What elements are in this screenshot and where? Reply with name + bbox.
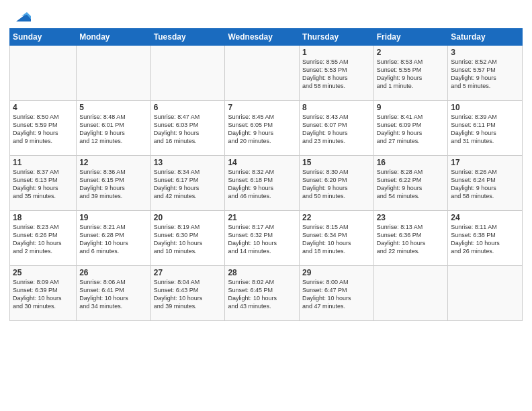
- day-cell: 27Sunrise: 8:04 AM Sunset: 6:43 PM Dayli…: [150, 266, 225, 321]
- day-number: 6: [154, 103, 222, 112]
- day-number: 10: [451, 103, 519, 112]
- page-container: SundayMondayTuesdayWednesdayThursdayFrid…: [0, 0, 532, 326]
- day-info: Sunrise: 8:55 AM Sunset: 5:53 PM Dayligh…: [302, 58, 371, 91]
- week-row-2: 4Sunrise: 8:50 AM Sunset: 5:59 PM Daylig…: [10, 101, 523, 156]
- day-info: Sunrise: 8:48 AM Sunset: 6:01 PM Dayligh…: [79, 113, 148, 146]
- col-header-tuesday: Tuesday: [150, 29, 225, 46]
- day-cell: 15Sunrise: 8:30 AM Sunset: 6:20 PM Dayli…: [300, 156, 374, 211]
- day-info: Sunrise: 8:39 AM Sunset: 6:11 PM Dayligh…: [451, 113, 519, 146]
- day-cell: 16Sunrise: 8:28 AM Sunset: 6:22 PM Dayli…: [373, 156, 448, 211]
- day-cell: 22Sunrise: 8:15 AM Sunset: 6:34 PM Dayli…: [300, 211, 374, 266]
- day-cell: 13Sunrise: 8:34 AM Sunset: 6:17 PM Dayli…: [150, 156, 225, 211]
- day-cell: 8Sunrise: 8:43 AM Sunset: 6:07 PM Daylig…: [300, 101, 374, 156]
- day-info: Sunrise: 8:15 AM Sunset: 6:34 PM Dayligh…: [302, 223, 371, 256]
- header-row-days: SundayMondayTuesdayWednesdayThursdayFrid…: [10, 29, 523, 46]
- day-info: Sunrise: 8:36 AM Sunset: 6:15 PM Dayligh…: [79, 168, 148, 201]
- day-cell: 17Sunrise: 8:26 AM Sunset: 6:24 PM Dayli…: [448, 156, 523, 211]
- day-cell: [77, 46, 151, 101]
- day-cell: [150, 46, 225, 101]
- col-header-saturday: Saturday: [448, 29, 523, 46]
- day-cell: 20Sunrise: 8:19 AM Sunset: 6:30 PM Dayli…: [150, 211, 225, 266]
- day-number: 15: [302, 158, 371, 167]
- day-info: Sunrise: 8:02 AM Sunset: 6:45 PM Dayligh…: [228, 278, 296, 311]
- day-cell: [225, 46, 300, 101]
- day-number: 17: [451, 158, 519, 167]
- day-number: 22: [302, 213, 371, 222]
- day-number: 5: [79, 103, 148, 112]
- day-info: Sunrise: 8:28 AM Sunset: 6:22 PM Dayligh…: [377, 168, 445, 201]
- logo-icon: [12, 7, 31, 26]
- day-number: 1: [302, 48, 371, 57]
- day-cell: 26Sunrise: 8:06 AM Sunset: 6:41 PM Dayli…: [77, 266, 151, 321]
- day-cell: [373, 266, 448, 321]
- day-cell: 10Sunrise: 8:39 AM Sunset: 6:11 PM Dayli…: [448, 101, 523, 156]
- day-number: 12: [79, 158, 148, 167]
- day-number: 25: [13, 268, 73, 277]
- week-row-5: 25Sunrise: 8:09 AM Sunset: 6:39 PM Dayli…: [10, 266, 523, 321]
- day-number: 23: [377, 213, 445, 222]
- day-number: 11: [13, 158, 73, 167]
- week-row-1: 1Sunrise: 8:55 AM Sunset: 5:53 PM Daylig…: [10, 46, 523, 101]
- day-number: 8: [302, 103, 371, 112]
- day-info: Sunrise: 8:52 AM Sunset: 5:57 PM Dayligh…: [451, 58, 519, 91]
- day-cell: [10, 46, 77, 101]
- day-info: Sunrise: 8:45 AM Sunset: 6:05 PM Dayligh…: [228, 113, 296, 146]
- day-number: 20: [154, 213, 222, 222]
- day-info: Sunrise: 8:13 AM Sunset: 6:36 PM Dayligh…: [377, 223, 445, 256]
- day-cell: 1Sunrise: 8:55 AM Sunset: 5:53 PM Daylig…: [300, 46, 374, 101]
- day-cell: 19Sunrise: 8:21 AM Sunset: 6:28 PM Dayli…: [77, 211, 151, 266]
- day-info: Sunrise: 8:34 AM Sunset: 6:17 PM Dayligh…: [154, 168, 222, 201]
- day-number: 18: [13, 213, 73, 222]
- day-info: Sunrise: 8:26 AM Sunset: 6:24 PM Dayligh…: [451, 168, 519, 201]
- day-number: 9: [377, 103, 445, 112]
- calendar-table: SundayMondayTuesdayWednesdayThursdayFrid…: [9, 28, 523, 321]
- day-info: Sunrise: 8:30 AM Sunset: 6:20 PM Dayligh…: [302, 168, 371, 201]
- day-info: Sunrise: 8:53 AM Sunset: 5:55 PM Dayligh…: [377, 58, 445, 91]
- day-info: Sunrise: 8:00 AM Sunset: 6:47 PM Dayligh…: [302, 278, 371, 311]
- col-header-friday: Friday: [373, 29, 448, 46]
- day-info: Sunrise: 8:23 AM Sunset: 6:26 PM Dayligh…: [13, 223, 73, 256]
- day-number: 19: [79, 213, 148, 222]
- day-info: Sunrise: 8:17 AM Sunset: 6:32 PM Dayligh…: [228, 223, 296, 256]
- day-info: Sunrise: 8:21 AM Sunset: 6:28 PM Dayligh…: [79, 223, 148, 256]
- day-number: 27: [154, 268, 222, 277]
- day-cell: 25Sunrise: 8:09 AM Sunset: 6:39 PM Dayli…: [10, 266, 77, 321]
- day-cell: 7Sunrise: 8:45 AM Sunset: 6:05 PM Daylig…: [225, 101, 300, 156]
- day-number: 26: [79, 268, 148, 277]
- day-info: Sunrise: 8:43 AM Sunset: 6:07 PM Dayligh…: [302, 113, 371, 146]
- day-cell: 18Sunrise: 8:23 AM Sunset: 6:26 PM Dayli…: [10, 211, 77, 266]
- day-info: Sunrise: 8:09 AM Sunset: 6:39 PM Dayligh…: [13, 278, 73, 311]
- day-cell: 4Sunrise: 8:50 AM Sunset: 5:59 PM Daylig…: [10, 101, 77, 156]
- day-number: 28: [228, 268, 296, 277]
- day-cell: 3Sunrise: 8:52 AM Sunset: 5:57 PM Daylig…: [448, 46, 523, 101]
- day-info: Sunrise: 8:37 AM Sunset: 6:13 PM Dayligh…: [13, 168, 73, 201]
- day-cell: 9Sunrise: 8:41 AM Sunset: 6:09 PM Daylig…: [373, 101, 448, 156]
- day-number: 14: [228, 158, 296, 167]
- day-info: Sunrise: 8:32 AM Sunset: 6:18 PM Dayligh…: [228, 168, 296, 201]
- day-info: Sunrise: 8:04 AM Sunset: 6:43 PM Dayligh…: [154, 278, 222, 311]
- day-info: Sunrise: 8:47 AM Sunset: 6:03 PM Dayligh…: [154, 113, 222, 146]
- col-header-sunday: Sunday: [10, 29, 77, 46]
- day-number: 16: [377, 158, 445, 167]
- col-header-thursday: Thursday: [300, 29, 374, 46]
- day-cell: 6Sunrise: 8:47 AM Sunset: 6:03 PM Daylig…: [150, 101, 225, 156]
- day-cell: 28Sunrise: 8:02 AM Sunset: 6:45 PM Dayli…: [225, 266, 300, 321]
- day-cell: 2Sunrise: 8:53 AM Sunset: 5:55 PM Daylig…: [373, 46, 448, 101]
- logo: [9, 9, 31, 26]
- day-number: 13: [154, 158, 222, 167]
- week-row-4: 18Sunrise: 8:23 AM Sunset: 6:26 PM Dayli…: [10, 211, 523, 266]
- day-number: 29: [302, 268, 371, 277]
- col-header-wednesday: Wednesday: [225, 29, 300, 46]
- day-cell: 23Sunrise: 8:13 AM Sunset: 6:36 PM Dayli…: [373, 211, 448, 266]
- day-cell: 5Sunrise: 8:48 AM Sunset: 6:01 PM Daylig…: [77, 101, 151, 156]
- day-cell: 14Sunrise: 8:32 AM Sunset: 6:18 PM Dayli…: [225, 156, 300, 211]
- col-header-monday: Monday: [77, 29, 151, 46]
- day-cell: 21Sunrise: 8:17 AM Sunset: 6:32 PM Dayli…: [225, 211, 300, 266]
- day-number: 21: [228, 213, 296, 222]
- day-number: 2: [377, 48, 445, 57]
- week-row-3: 11Sunrise: 8:37 AM Sunset: 6:13 PM Dayli…: [10, 156, 523, 211]
- header-row: [9, 7, 523, 26]
- day-cell: 12Sunrise: 8:36 AM Sunset: 6:15 PM Dayli…: [77, 156, 151, 211]
- day-info: Sunrise: 8:41 AM Sunset: 6:09 PM Dayligh…: [377, 113, 445, 146]
- day-info: Sunrise: 8:06 AM Sunset: 6:41 PM Dayligh…: [79, 278, 148, 311]
